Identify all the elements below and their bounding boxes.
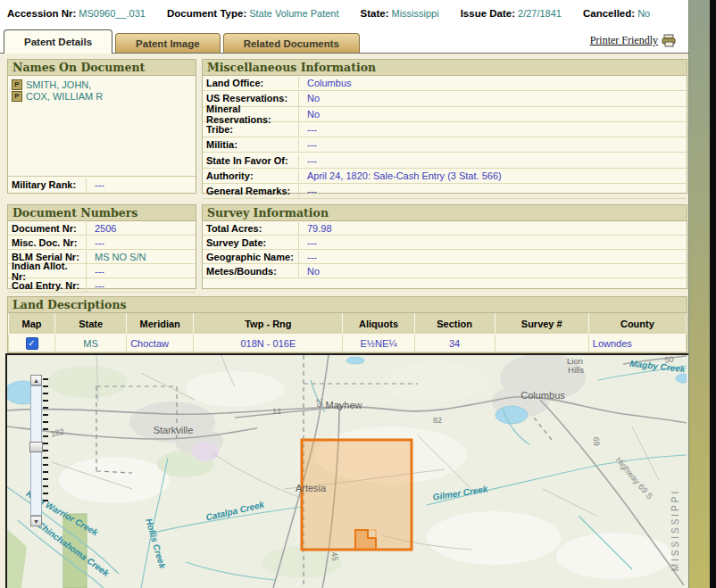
glo-patent-details-page: Accession Nr:MS0960__.031Document Type:S…	[0, 0, 716, 588]
summary-field-1: Document Type:State Volume Patent	[167, 8, 339, 19]
info-row: Mineral Reservations:No	[203, 107, 687, 122]
survey-section-title: Survey Information	[203, 205, 687, 221]
info-row-label: Geographic Name:	[203, 251, 299, 263]
patent-details-panel: Names On Document PSMITH, JOHN,PCOX, WIL…	[0, 54, 689, 588]
info-row: Indian Allot. Nr:---	[8, 264, 196, 278]
patentee-name-link[interactable]: SMITH, JOHN,	[26, 79, 91, 90]
land-plot-map[interactable]: StarkvilleMayhewArtesiaColumbusLionHills…	[5, 353, 690, 588]
land-cell-1: Choctaw	[127, 335, 194, 352]
info-row-value: MS NO S/N	[87, 251, 147, 263]
zoom-slider-track[interactable]	[30, 385, 42, 516]
land-cell-4: 34	[414, 335, 495, 352]
land-cell-3: E½NE¼	[343, 335, 414, 352]
zoom-out-button[interactable]: ▼	[30, 516, 42, 526]
info-row: Geographic Name:---	[203, 250, 687, 264]
printer-friendly-link[interactable]: Printer Friendly	[590, 34, 658, 47]
patentee-icon[interactable]: P	[12, 79, 22, 90]
land-cell-0: MS	[55, 335, 127, 352]
info-row: Militia:---	[203, 137, 687, 153]
map-label-hollis-creek: Hollis Creek	[144, 518, 168, 570]
tab-related-documents[interactable]: Related Documents	[223, 33, 360, 54]
info-row: Authority:April 24, 1820: Sale-Cash Entr…	[203, 169, 687, 184]
summary-field-label: Document Type:	[167, 8, 246, 19]
document-numbers-section: Document Numbers Document Nr:2506Misc. D…	[7, 204, 196, 289]
info-row-label: Mineral Reservations:	[203, 103, 299, 126]
tab-patent-details[interactable]: Patent Details	[4, 29, 112, 54]
map-label-highway-69-s: Highway 69 S	[614, 455, 655, 501]
patent-summary-bar: Accession Nr:MS0960__.031Document Type:S…	[0, 0, 689, 29]
info-row-value: ---	[299, 138, 319, 151]
printer-friendly: Printer Friendly	[590, 34, 677, 47]
land-col-state: State	[55, 313, 127, 335]
info-row-value: ---	[299, 236, 319, 249]
summary-field-label: Accession Nr:	[7, 8, 76, 19]
info-row-value: ---	[87, 236, 106, 249]
patentee-name-list: PSMITH, JOHN,PCOX, WILLIAM R	[8, 76, 196, 176]
miscellaneous-information-section: Miscellaneous Information Land Office:Co…	[202, 59, 687, 194]
map-label-artesia: Artesia	[296, 483, 327, 493]
land-cell-5	[495, 335, 588, 352]
military-rank-value: ---	[87, 178, 106, 191]
info-row-label: Survey Date:	[203, 236, 299, 249]
info-row-value: No	[299, 265, 321, 277]
docnums-rows: Document Nr:2506Misc. Doc. Nr:---BLM Ser…	[8, 221, 196, 293]
map-label-mayhew: Mayhew	[326, 400, 362, 410]
patentee-name-link[interactable]: COX, WILLIAM R	[26, 91, 103, 102]
map-label-12: 12	[272, 407, 281, 416]
summary-field-value: No	[637, 8, 650, 19]
map-checkbox[interactable]: ✓	[26, 337, 38, 350]
info-row: Metes/Bounds:No	[203, 264, 687, 278]
info-row-value: April 24, 1820: Sale-Cash Entry (3 Stat.…	[299, 170, 504, 182]
screen-right-edge	[710, 0, 716, 588]
summary-field-4: Cancelled:No	[583, 8, 650, 19]
zoom-in-button[interactable]: ▲	[30, 375, 42, 385]
land-cell-2: 018N - 016E	[194, 335, 343, 352]
info-row-label: Document Nr:	[8, 222, 87, 235]
land-cell-6: Lowndes	[588, 335, 686, 352]
info-row-value: ---	[299, 185, 319, 197]
tabs-container: Patent DetailsPatent ImageRelated Docume…	[4, 29, 360, 54]
summary-field-label: Cancelled:	[583, 8, 635, 19]
printer-icon[interactable]	[662, 34, 677, 47]
map-label-69: 69	[591, 436, 601, 446]
summary-field-value: MS0960__.031	[79, 8, 146, 19]
info-row-value: ---	[87, 265, 106, 277]
info-row-value: ---	[299, 251, 319, 263]
land-descriptions-section: Land Descriptions MapStateMeridianTwp - …	[7, 296, 687, 353]
zoom-slider-ticks	[43, 378, 48, 501]
land-col-meridian: Meridian	[127, 313, 194, 335]
land-col-county: County	[588, 313, 686, 335]
info-row: Misc. Doc. Nr:---	[8, 236, 196, 250]
info-row: Land Office:Columbus	[203, 76, 687, 91]
info-row-label: Militia:	[203, 138, 299, 151]
summary-field-value: Mississippi	[391, 8, 438, 19]
summary-field-value: State Volume Patent	[249, 8, 338, 19]
patentee-icon[interactable]: P	[12, 91, 22, 102]
summary-field-0: Accession Nr:MS0960__.031	[7, 8, 146, 19]
map-label-45: 45	[329, 551, 339, 561]
land-map-cell: ✓	[9, 335, 55, 352]
info-row-label: Tribe:	[203, 123, 299, 136]
map-label-82: 82	[433, 416, 442, 425]
map-label-50: 50	[664, 355, 674, 365]
map-canvas: StarkvilleMayhewArtesiaColumbusLionHills…	[7, 355, 687, 588]
map-label-catalpa-creek: Catalpa Creek	[204, 500, 265, 523]
summary-field-value: 2/27/1841	[518, 8, 562, 19]
map-label-starkville: Starkville	[154, 425, 194, 435]
land-section-title: Land Descriptions	[8, 297, 687, 313]
land-col-twp-rng: Twp - Rng	[194, 313, 343, 335]
info-row: Total Acres:79.98	[203, 221, 687, 236]
info-row-value: 79.98	[299, 222, 334, 235]
tab-patent-image[interactable]: Patent Image	[115, 33, 221, 54]
map-label-hills: Hills	[568, 365, 584, 375]
map-label-columbus: Columbus	[520, 390, 565, 401]
info-row: General Remarks:---	[203, 184, 687, 199]
info-row: Survey Date:---	[203, 236, 687, 250]
military-rank-row: Military Rank: ---	[8, 176, 196, 193]
zoom-slider-handle[interactable]	[29, 442, 43, 452]
land-col-section: Section	[414, 313, 495, 335]
summary-field-label: State:	[361, 8, 389, 19]
info-row-label: State In Favor Of:	[203, 154, 299, 167]
info-row-value: Columbus	[299, 77, 354, 89]
page-side-decoration	[688, 0, 710, 588]
